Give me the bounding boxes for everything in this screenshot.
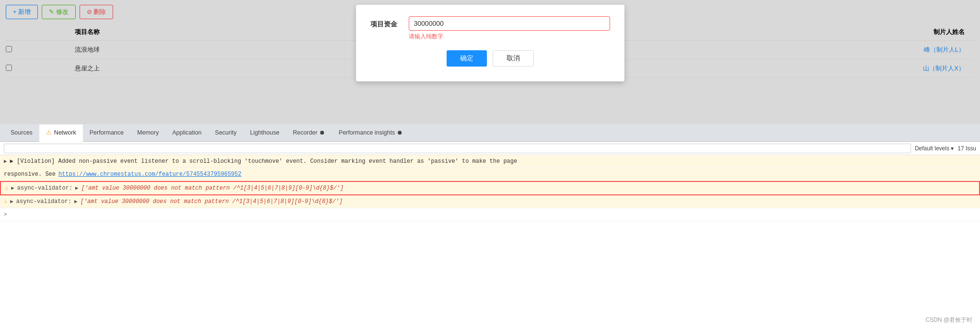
issues-badge: 17 Issu: [957, 145, 976, 152]
dialog-error: 请输入纯数字: [409, 33, 610, 41]
cancel-button[interactable]: 取消: [493, 50, 534, 67]
tab-memory-label: Memory: [137, 129, 159, 136]
default-levels-label: Default levels ▾: [915, 145, 954, 152]
tab-perf-insights[interactable]: Performance insights ⏺: [332, 124, 410, 142]
tab-network[interactable]: ⚠ Network: [39, 124, 83, 142]
tab-lighthouse-label: Lighthouse: [250, 129, 279, 136]
violation-text: ▶ [Violation] Added non-passive event li…: [10, 157, 518, 166]
dialog-label: 项目资金: [370, 16, 409, 29]
error1-content: ['amt value 30000000 does not match patt…: [81, 184, 344, 192]
tab-performance-label: Performance: [90, 129, 124, 136]
error2-content: ['amt value 30000000 does not match patt…: [81, 197, 343, 206]
error1-source: async-validator:: [17, 184, 72, 192]
warning-icon-2: ⚠: [4, 197, 7, 206]
dialog-overlay: 项目资金 请输入纯数字 确定 取消: [0, 0, 980, 124]
tab-recorder-label: Recorder ⏺: [293, 129, 325, 136]
devtools-console: ▶ ▶ [Violation] Added non-passive event …: [0, 155, 980, 328]
violation-line2: responsive. See: [4, 170, 56, 179]
tab-network-label: Network: [54, 129, 76, 136]
form-row: 项目资金 请输入纯数字: [370, 16, 610, 41]
tab-security-label: Security: [215, 129, 237, 136]
console-error-entry-2: ⚠ ▶ async-validator: ▶ ['amt value 30000…: [0, 195, 980, 208]
watermark: CSDN @君攸于时: [925, 316, 972, 324]
default-levels-dropdown[interactable]: Default levels ▾: [915, 145, 954, 152]
tab-application[interactable]: Application: [165, 124, 208, 142]
tab-sources[interactable]: Sources: [4, 124, 39, 142]
tab-recorder[interactable]: Recorder ⏺: [286, 124, 332, 142]
expand-arrow-3[interactable]: >: [4, 211, 7, 219]
expand-arrow-2[interactable]: ▶: [10, 198, 13, 206]
console-arrow-entry: >: [0, 208, 980, 221]
violation-link[interactable]: https://www.chromestatus.com/feature/574…: [58, 170, 242, 179]
warning-icon-1: ⚠: [5, 184, 8, 192]
confirm-button[interactable]: 确定: [447, 50, 487, 67]
network-warning-icon: ⚠: [46, 129, 52, 136]
tab-performance[interactable]: Performance: [83, 124, 131, 142]
dialog: 项目资金 请输入纯数字 确定 取消: [356, 5, 624, 81]
console-violation-entry-2: responsive. See https://www.chromestatus…: [0, 168, 980, 181]
dialog-input-wrap: 请输入纯数字: [409, 16, 610, 41]
fund-input[interactable]: [409, 16, 610, 31]
tab-security[interactable]: Security: [208, 124, 243, 142]
devtools-panel: Sources ⚠ Network Performance Memory App…: [0, 124, 980, 328]
expand-arrow-1[interactable]: ▶: [11, 184, 14, 192]
tab-perf-insights-label: Performance insights ⏺: [339, 129, 403, 136]
expand-arrow-2b[interactable]: ▶: [74, 198, 78, 206]
tab-lighthouse[interactable]: Lighthouse: [243, 124, 286, 142]
expand-arrow-1b[interactable]: ▶: [75, 184, 79, 192]
tab-application-label: Application: [172, 129, 201, 136]
tab-sources-label: Sources: [11, 129, 33, 136]
console-error-entry-1: ⚠ ▶ async-validator: ▶ ['amt value 30000…: [0, 181, 980, 195]
console-violation-entry: ▶ ▶ [Violation] Added non-passive event …: [0, 155, 980, 168]
devtools-tabs-bar: Sources ⚠ Network Performance Memory App…: [0, 124, 980, 142]
devtools-filter-bar: Default levels ▾ 17 Issu: [0, 142, 980, 155]
dialog-buttons: 确定 取消: [370, 50, 610, 67]
console-filter-input[interactable]: [4, 144, 911, 153]
tab-memory[interactable]: Memory: [130, 124, 165, 142]
error2-source: async-validator:: [16, 197, 71, 206]
expand-arrow[interactable]: ▶: [4, 158, 7, 166]
